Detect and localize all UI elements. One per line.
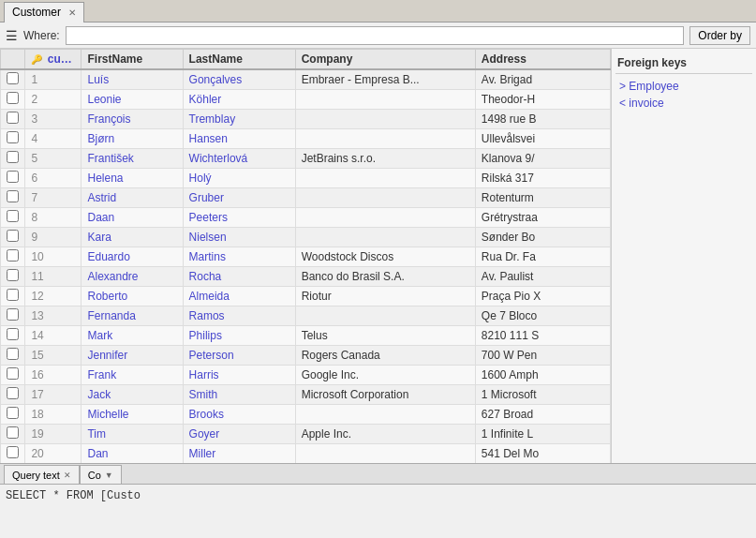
cell-address: 1498 rue B	[475, 110, 610, 129]
cell-id: 17	[25, 385, 82, 405]
col-lastname[interactable]: LastName	[183, 50, 295, 70]
cell-lastname: Rocha	[183, 267, 295, 287]
table-row[interactable]: 20DanMiller541 Del Mo	[1, 444, 611, 464]
row-checkbox-cell	[1, 346, 25, 366]
row-checkbox[interactable]	[7, 249, 19, 262]
bottom-panel: Query text ✕ Co ▼ SELECT * FROM [Custo	[0, 463, 756, 538]
row-checkbox[interactable]	[7, 387, 19, 399]
row-checkbox-cell	[1, 208, 25, 228]
row-checkbox[interactable]	[7, 308, 19, 321]
table-row[interactable]: 2LeonieKöhlerTheodor-H	[1, 90, 611, 110]
table-row[interactable]: 11AlexandreRochaBanco do Brasil S.A.Av. …	[1, 267, 611, 287]
fk-employee[interactable]: > Employee	[615, 78, 752, 95]
table-row[interactable]: 13FernandaRamosQe 7 Bloco	[1, 306, 611, 326]
table-row[interactable]: 19TimGoyerApple Inc.1 Infinite L	[1, 425, 611, 444]
col-customerid[interactable]: 🔑 customerid	[25, 50, 82, 70]
query-text-tab-close[interactable]: ✕	[64, 471, 71, 480]
cell-firstname: Roberto	[82, 287, 183, 306]
row-checkbox-cell	[1, 110, 25, 129]
cell-firstname: Luís	[82, 69, 183, 90]
query-text-tab[interactable]: Query text ✕	[4, 465, 80, 484]
table-row[interactable]: 10EduardoMartinsWoodstock DiscosRua Dr. …	[1, 247, 611, 267]
row-checkbox[interactable]	[7, 190, 19, 202]
cell-firstname: Michelle	[82, 405, 183, 425]
table-row[interactable]: 7AstridGruberRotenturm	[1, 188, 611, 208]
customer-tab[interactable]: Customer ✕	[4, 2, 84, 22]
cell-lastname: Miller	[183, 444, 295, 464]
row-checkbox[interactable]	[7, 112, 19, 124]
where-input[interactable]	[66, 26, 685, 45]
cell-lastname: Gonçalves	[183, 69, 295, 90]
table-row[interactable]: 4BjørnHansenUllevålsvei	[1, 129, 611, 149]
row-checkbox-cell	[1, 247, 25, 267]
tab-bar: Customer ✕	[0, 0, 756, 22]
cell-id: 11	[25, 267, 82, 287]
cell-lastname: Goyer	[183, 425, 295, 444]
col-address[interactable]: Address	[475, 50, 610, 70]
row-checkbox[interactable]	[7, 210, 19, 222]
menu-icon[interactable]: ☰	[6, 28, 18, 43]
row-checkbox[interactable]	[7, 151, 19, 163]
cell-id: 3	[25, 110, 82, 129]
row-checkbox[interactable]	[7, 92, 19, 104]
row-checkbox[interactable]	[7, 72, 19, 84]
table-row[interactable]: 12RobertoAlmeidaRioturPraça Pio X	[1, 287, 611, 306]
fk-invoice[interactable]: < invoice	[615, 95, 752, 112]
data-table: 🔑 customerid FirstName LastName Company …	[0, 49, 611, 463]
row-checkbox[interactable]	[7, 171, 19, 183]
cell-address: 1 Infinite L	[475, 425, 610, 444]
row-checkbox-cell	[1, 405, 25, 425]
cell-address: Rotenturm	[475, 188, 610, 208]
row-checkbox[interactable]	[7, 407, 19, 419]
row-checkbox-cell	[1, 444, 25, 464]
row-checkbox-cell	[1, 188, 25, 208]
row-checkbox[interactable]	[7, 289, 19, 301]
row-checkbox[interactable]	[7, 328, 19, 340]
row-checkbox[interactable]	[7, 131, 19, 143]
sidebar: Foreign keys > Employee < invoice	[611, 49, 756, 463]
table-row[interactable]: 17JackSmithMicrosoft Corporation1 Micros…	[1, 385, 611, 405]
row-checkbox[interactable]	[7, 230, 19, 242]
key-icon: 🔑	[31, 54, 42, 65]
table-row[interactable]: 16FrankHarrisGoogle Inc.1600 Amph	[1, 366, 611, 385]
cell-company: Woodstock Discos	[295, 247, 475, 267]
cell-id: 6	[25, 169, 82, 188]
cell-address: Grétrystraa	[475, 208, 610, 228]
cell-lastname: Ramos	[183, 306, 295, 326]
table-row[interactable]: 5FrantišekWichterlováJetBrains s.r.o.Kla…	[1, 149, 611, 169]
table-row[interactable]: 3FrançoisTremblay1498 rue B	[1, 110, 611, 129]
cell-firstname: Dan	[82, 444, 183, 464]
cell-firstname: Eduardo	[82, 247, 183, 267]
table-row[interactable]: 8DaanPeetersGrétrystraa	[1, 208, 611, 228]
cell-firstname: František	[82, 149, 183, 169]
cell-firstname: Helena	[82, 169, 183, 188]
cell-lastname: Gruber	[183, 188, 295, 208]
cell-company	[295, 129, 475, 149]
table-scroll[interactable]: 🔑 customerid FirstName LastName Company …	[0, 49, 611, 463]
row-checkbox[interactable]	[7, 446, 19, 458]
co-tab-dropdown[interactable]: ▼	[105, 471, 113, 480]
customer-tab-close[interactable]: ✕	[68, 7, 76, 18]
cell-lastname: Nielsen	[183, 228, 295, 247]
table-row[interactable]: 1LuísGonçalvesEmbraer - Empresa B...Av. …	[1, 69, 611, 90]
cell-company: Microsoft Corporation	[295, 385, 475, 405]
table-row[interactable]: 14MarkPhilipsTelus8210 111 S	[1, 326, 611, 346]
cell-id: 18	[25, 405, 82, 425]
row-checkbox[interactable]	[7, 367, 19, 380]
col-firstname[interactable]: FirstName	[82, 50, 183, 70]
table-row[interactable]: 18MichelleBrooks627 Broad	[1, 405, 611, 425]
table-row[interactable]: 15JenniferPetersonRogers Canada700 W Pen	[1, 346, 611, 366]
row-checkbox-cell	[1, 306, 25, 326]
row-checkbox[interactable]	[7, 348, 19, 360]
table-row[interactable]: 9KaraNielsenSønder Bo	[1, 228, 611, 247]
cell-firstname: Fernanda	[82, 306, 183, 326]
row-checkbox[interactable]	[7, 269, 19, 281]
co-tab[interactable]: Co ▼	[80, 465, 122, 484]
table-row[interactable]: 6HelenaHolýRilská 317	[1, 169, 611, 188]
cell-lastname: Martins	[183, 247, 295, 267]
order-by-button[interactable]: Order by	[689, 26, 750, 45]
cell-id: 1	[25, 69, 82, 90]
col-company[interactable]: Company	[295, 50, 475, 70]
row-checkbox[interactable]	[7, 426, 19, 439]
row-checkbox-cell	[1, 326, 25, 346]
